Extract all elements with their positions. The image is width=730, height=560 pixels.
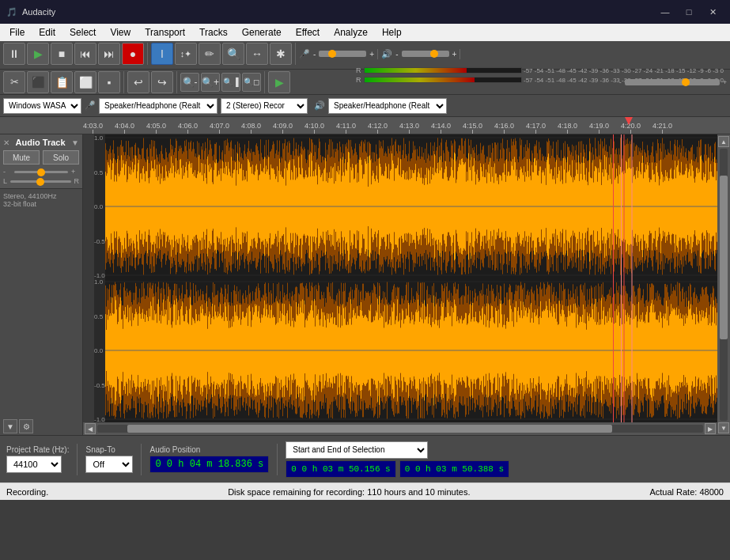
menu-select[interactable]: Select [63,24,102,41]
multi-tool-button[interactable]: ✱ [270,43,292,65]
forward-button[interactable]: ⏭ [98,43,120,65]
cut-button[interactable]: ✂ [3,71,25,93]
io-bar: Windows WASA 🎤 Speaker/Headphone (Realt … [0,95,730,117]
actual-rate-status: Actual Rate: 48000 [649,487,724,497]
snap-to-select[interactable]: Off [85,456,133,473]
mic-level-min: - [313,50,316,59]
project-rate-select[interactable]: 44100 [6,456,62,473]
track-dropdown-button[interactable]: ▼ [71,138,79,147]
bottom-toolbar: Project Rate (Hz): 44100 Snap-To Off Aud… [0,435,730,482]
minimize-button[interactable]: — [654,4,676,20]
menu-file[interactable]: File [3,24,31,41]
status-bar: Recording. Disk space remaining for reco… [0,482,730,500]
input-select[interactable]: Speaker/Headphone (Realt [99,98,217,114]
scroll-up-button[interactable]: ▲ [718,136,729,147]
track-area-wrapper: ◀ ▶ [83,134,717,435]
record-button[interactable]: ● [122,43,144,65]
draw-tool-button[interactable]: ✏ [199,43,221,65]
copy-button[interactable]: ⬛ [27,71,49,93]
selection-start-display: 0 0 h 03 m 50.156 s [286,460,395,478]
selection-end-line [621,134,622,422]
paste-button[interactable]: 📋 [51,71,73,93]
channel-select[interactable]: 2 (Stereo) Recor [221,98,308,114]
project-rate-label: Project Rate (Hz): [6,445,69,454]
selection-end-display: 0 0 h 03 m 50.388 s [399,460,509,478]
menu-transport[interactable]: Transport [138,24,191,41]
disk-space-status: Disk space remaining for recording: 110 … [228,487,470,497]
gain-max-label: + [71,168,79,176]
playhead-marker [625,117,633,125]
app-title: Audacity [22,7,55,17]
track-row [83,134,717,422]
gain-slider[interactable] [14,171,68,173]
audio-position-label: Audio Position [149,445,269,454]
gain-min-label: - [3,168,11,176]
snap-to-label: Snap-To [85,445,133,454]
envelope-tool-button[interactable]: ↕✦ [175,43,197,65]
menu-bar: File Edit Select View Transport Tracks G… [0,24,730,41]
play-at-speed-button[interactable]: ▶ [268,71,290,93]
stop-button[interactable]: ■ [51,43,73,65]
mic-level-max: + [369,50,374,59]
zoom-in-button[interactable]: 🔍+ [201,73,220,92]
speaker-icon: 🔊 [381,49,392,59]
speaker-level-max: + [452,50,457,59]
scroll-left-button[interactable]: ◀ [85,423,96,434]
playhead-line [613,134,614,422]
menu-view[interactable]: View [104,24,137,41]
toolbar-row1: ⏸ ▶ ■ ⏮ ⏭ ● I ↕✦ ✏ 🔍 ↔ ✱ 🎤 - + 🔊 - + R [0,41,730,70]
redo-button[interactable]: ↪ [151,71,173,93]
pause-button[interactable]: ⏸ [3,43,25,65]
main-area: ✕ Audio Track ▼ Mute Solo - + L R [0,134,730,435]
menu-help[interactable]: Help [376,24,408,41]
horizontal-scrollbar[interactable]: ◀ ▶ [83,422,717,435]
scroll-right-button[interactable]: ▶ [705,423,716,434]
zoom-sel-button[interactable]: 🔍▐ [221,73,240,92]
menu-generate[interactable]: Generate [236,24,288,41]
undo-button[interactable]: ↩ [127,71,149,93]
scroll-track[interactable] [97,425,703,433]
play-button[interactable]: ▶ [27,43,49,65]
pan-slider[interactable] [10,180,70,183]
menu-effect[interactable]: Effect [289,24,326,41]
waveform-area[interactable] [83,134,717,422]
output-io-icon: 🔊 [314,100,325,111]
mic-io-icon: 🎤 [85,100,96,111]
timeshift-tool-button[interactable]: ↔ [246,43,268,65]
timeline-ruler: 4:03.0 4:04.0 4:05.0 4:06.0 4:07.0 4:08.… [0,117,730,134]
audio-position-display: 0 0 h 04 m 18.836 s [149,456,269,473]
v-scroll-thumb[interactable] [720,176,728,339]
silence-button[interactable]: ▪ [98,71,120,93]
recording-status: Recording. [6,487,48,497]
v-scroll-track[interactable] [720,149,728,421]
output-select[interactable]: Speaker/Headphone (Realt [328,98,447,114]
selection-mode-select[interactable]: Start and End of Selection [286,441,428,459]
scroll-down-button[interactable]: ▼ [718,422,729,433]
zoom-tool-button[interactable]: 🔍 [222,43,244,65]
menu-analyze[interactable]: Analyze [327,24,374,41]
track-info: Stereo, 44100Hz 32-bit float [0,189,82,211]
app-icon: 🎵 [6,7,17,17]
zoom-out-button[interactable]: 🔍- [180,73,199,92]
mic-icon: 🎤 [299,49,310,59]
menu-edit[interactable]: Edit [32,24,62,41]
menu-tracks[interactable]: Tracks [193,24,234,41]
maximize-button[interactable]: □ [678,4,700,20]
zoom-fit-button[interactable]: 🔍◻ [242,73,261,92]
track-name-label: Audio Track [16,138,66,147]
pan-right-label: R [74,177,80,185]
rewind-button[interactable]: ⏮ [74,43,96,65]
track-close-button[interactable]: ✕ [3,138,9,147]
track-menu-button[interactable]: ⚙ [19,419,33,433]
select-tool-button[interactable]: I [151,43,173,65]
collapse-track-button[interactable]: ▼ [3,419,17,433]
waveform-canvas[interactable] [94,134,717,422]
track-controls-panel: ✕ Audio Track ▼ Mute Solo - + L R [0,134,83,435]
scroll-thumb[interactable] [127,425,612,433]
close-button[interactable]: ✕ [702,4,724,20]
mute-button[interactable]: Mute [3,150,40,165]
solo-button[interactable]: Solo [43,150,79,165]
vertical-scrollbar[interactable]: ▲ ▼ [717,134,730,435]
host-select[interactable]: Windows WASA [3,98,81,114]
trim-button[interactable]: ⬜ [74,71,96,93]
